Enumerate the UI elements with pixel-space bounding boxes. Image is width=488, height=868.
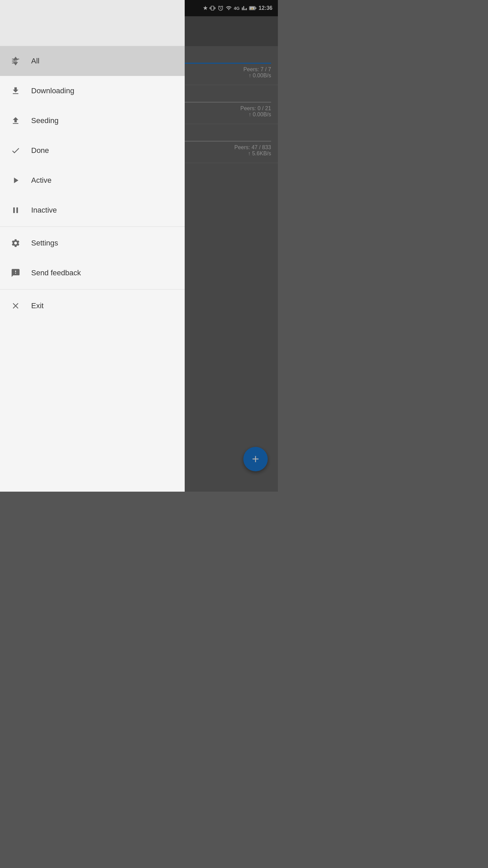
drawer-header (0, 0, 185, 46)
drawer-label-seeding: Seeding (31, 116, 59, 125)
drawer-label-downloading: Downloading (31, 86, 74, 95)
svg-marker-4 (13, 57, 18, 60)
drawer-divider-1 (0, 226, 185, 227)
gear-icon (9, 238, 22, 248)
drawer-label-active: Active (31, 176, 52, 185)
drawer-item-all[interactable]: All (0, 46, 185, 76)
svg-marker-5 (13, 62, 18, 65)
drawer-item-done[interactable]: Done (0, 136, 185, 165)
play-icon (9, 176, 22, 185)
drawer-filter-section: All Downloading Seeding Done (0, 46, 185, 492)
drawer-item-exit[interactable]: Exit (0, 291, 185, 321)
drawer-item-settings[interactable]: Settings (0, 228, 185, 258)
drawer-label-done: Done (31, 146, 49, 155)
drawer-label-exit: Exit (31, 301, 44, 310)
drawer-label-settings: Settings (31, 239, 58, 248)
drawer-item-inactive[interactable]: Inactive (0, 195, 185, 225)
drawer-item-downloading[interactable]: Downloading (0, 76, 185, 106)
close-icon (9, 301, 22, 311)
drawer-label-all: All (31, 57, 39, 65)
drawer-divider-2 (0, 289, 185, 290)
navigation-drawer: All Downloading Seeding Done (0, 0, 185, 492)
sort-icon (9, 56, 22, 66)
pause-icon (9, 205, 22, 215)
all-sort-icon (11, 56, 20, 66)
check-icon (9, 146, 22, 155)
drawer-item-feedback[interactable]: Send feedback (0, 258, 185, 288)
drawer-label-feedback: Send feedback (31, 269, 81, 277)
drawer-item-active[interactable]: Active (0, 165, 185, 195)
upload-icon (9, 116, 22, 125)
drawer-label-inactive: Inactive (31, 206, 57, 215)
chat-icon (9, 268, 22, 278)
download-icon (9, 86, 22, 96)
drawer-item-seeding[interactable]: Seeding (0, 106, 185, 136)
